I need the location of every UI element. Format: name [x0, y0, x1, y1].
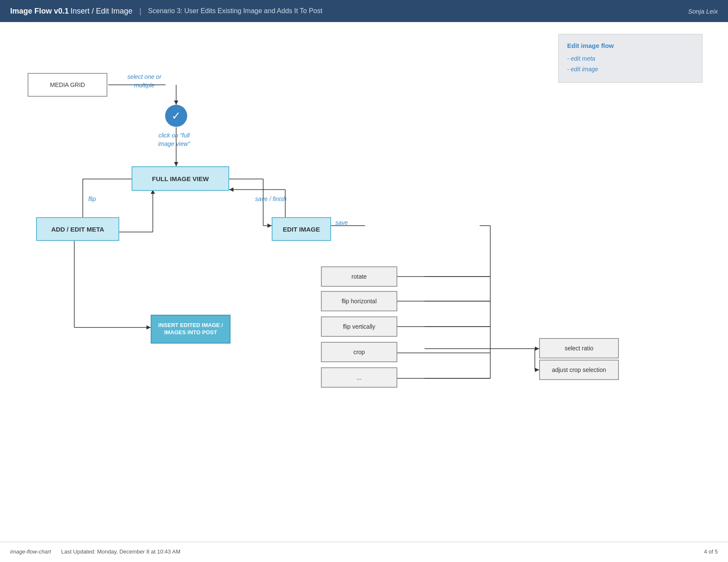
footer: image-flow-chart Last Updated: Monday, D… [0, 542, 728, 561]
svg-marker-15 [267, 224, 272, 228]
media-grid-node: MEDIA GRID [28, 73, 107, 97]
label-flip: flip [82, 195, 103, 204]
add-edit-meta-node: ADD / EDIT META [36, 217, 119, 241]
info-box-item-2: - edit image [567, 64, 694, 75]
svg-marker-40 [535, 368, 539, 372]
svg-marker-21 [146, 325, 151, 330]
adjust-crop-node: adjust crop selection [539, 360, 619, 380]
footer-page: 4 of 5 [704, 548, 718, 555]
ellipsis-node: ... [321, 367, 397, 388]
header-separator: | [139, 7, 141, 16]
header-title-bold: Image Flow v0.1 [10, 7, 69, 16]
rotate-node: rotate [321, 266, 397, 287]
flip-vertically-node: flip vertically [321, 316, 397, 337]
footer-filename: image-flow-chart [10, 548, 51, 555]
info-box: Edit image flow - edit meta - edit image [558, 34, 703, 83]
label-save: save [335, 219, 348, 226]
svg-marker-4 [174, 162, 178, 166]
header-scenario: Scenario 3: User Edits Existing Image an… [148, 7, 688, 15]
svg-marker-2 [174, 101, 178, 105]
label-click-full-image: click on "full image view" [144, 131, 204, 148]
header: Image Flow v0.1 Insert / Edit Image | Sc… [0, 0, 728, 22]
checkmark-node: ✓ [165, 105, 187, 127]
info-box-item-1: - edit meta [567, 53, 694, 64]
insert-edited-image-node: INSERT EDITED IMAGE / IMAGES INTO POST [151, 315, 230, 344]
edit-image-node: EDIT IMAGE [272, 217, 331, 241]
full-image-view-node: FULL IMAGE VIEW [132, 166, 229, 191]
label-select-one-or-multiple: select one or multiple [119, 73, 170, 89]
svg-marker-18 [229, 187, 233, 192]
footer-last-updated: Last Updated: Monday, December 8 at 10:4… [61, 548, 180, 555]
crop-node: crop [321, 342, 397, 362]
header-author: Sonja Leix [688, 8, 718, 15]
flip-horizontal-node: flip horizontal [321, 291, 397, 311]
svg-marker-38 [535, 347, 539, 351]
info-box-title: Edit image flow [567, 42, 694, 49]
header-insert-edit: Insert / Edit Image [70, 7, 132, 16]
main-content: Edit image flow - edit meta - edit image [0, 22, 728, 561]
label-save-finish: save / finish [245, 195, 296, 204]
select-ratio-node: select ratio [539, 338, 619, 358]
